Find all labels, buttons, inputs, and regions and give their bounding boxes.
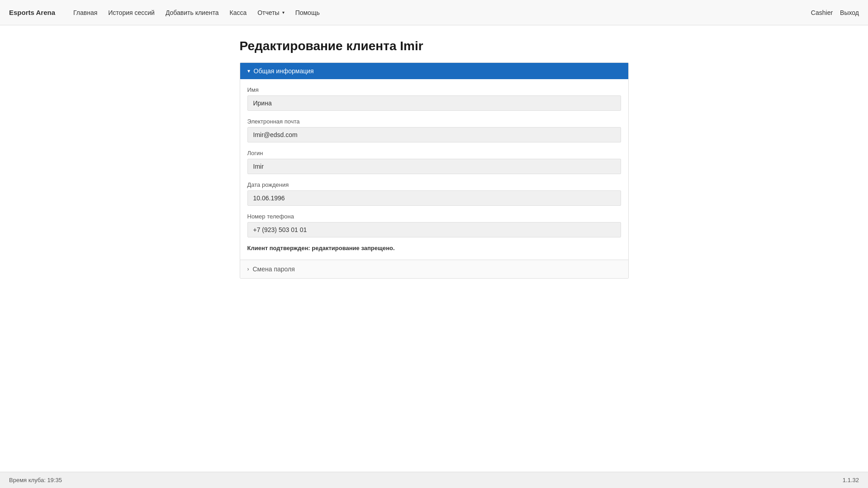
chevron-right-icon: › [247,266,249,272]
logout-button[interactable]: Выход [840,9,859,16]
version: 1.1.32 [843,477,859,483]
label-login: Логин [247,150,621,156]
nav-item-session-history[interactable]: История сессий [104,6,159,19]
label-birthdate: Дата рождения [247,181,621,188]
navbar: Esports Arena Главная История сессий Доб… [0,0,868,25]
section-header-label: Общая информация [254,67,314,75]
dropdown-arrow-icon: ▾ [282,10,285,15]
input-name[interactable] [247,95,621,111]
form-group-email: Электронная почта [247,118,621,142]
chevron-down-icon: ▾ [247,68,250,74]
input-login[interactable] [247,159,621,174]
nav-item-cashbox[interactable]: Касса [225,6,251,19]
nav-item-home[interactable]: Главная [69,6,102,19]
nav-item-reports[interactable]: Отчеты ▾ [253,6,289,19]
input-email[interactable] [247,127,621,142]
nav-item-help[interactable]: Помощь [291,6,324,19]
alert-confirmed: Клиент подтвержден: редактирование запре… [247,245,621,251]
nav-item-reports-label: Отчеты [257,9,279,16]
club-time: Время клуба: 19:35 [9,477,62,483]
label-email: Электронная почта [247,118,621,125]
form-group-login: Логин [247,150,621,174]
navbar-user: Cashier [811,9,833,16]
password-change-label: Смена пароля [253,265,295,273]
section-card: ▾ Общая информация Имя Электронная почта… [240,62,629,279]
main-content: Редактирование клиента Imir ▾ Общая инфо… [231,25,638,472]
form-group-birthdate: Дата рождения [247,181,621,206]
label-phone: Номер телефона [247,213,621,220]
navbar-right: Cashier Выход [811,9,859,16]
form-group-phone: Номер телефона [247,213,621,237]
form-group-name: Имя [247,86,621,111]
page-title: Редактирование клиента Imir [240,39,629,53]
label-name: Имя [247,86,621,93]
footer: Время клуба: 19:35 1.1.32 [0,472,868,488]
navbar-nav: Главная История сессий Добавить клиента … [69,6,811,19]
navbar-brand[interactable]: Esports Arena [9,9,55,16]
nav-item-add-client[interactable]: Добавить клиента [161,6,223,19]
section-body: Имя Электронная почта Логин Дата рождени… [240,79,628,260]
input-birthdate[interactable] [247,190,621,206]
password-change-section[interactable]: › Смена пароля [240,260,628,278]
input-phone[interactable] [247,222,621,237]
section-header[interactable]: ▾ Общая информация [240,63,628,79]
